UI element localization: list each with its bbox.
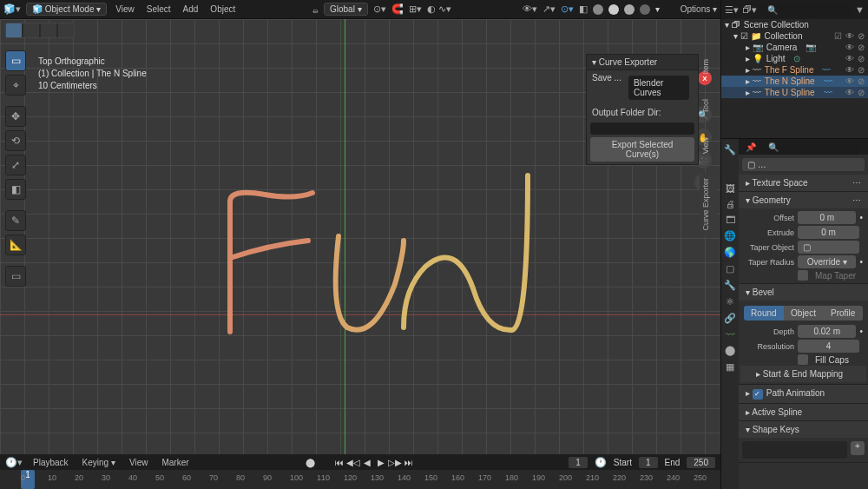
tool-select[interactable]: ▭	[5, 50, 26, 71]
play[interactable]: ▶	[375, 456, 387, 468]
outliner-type[interactable]: ☰▾	[725, 4, 739, 16]
tool-annotate[interactable]: ✎	[5, 210, 26, 231]
breadcrumb[interactable]: ▢ …	[742, 158, 865, 171]
save-field[interactable]: Blender Curves	[628, 76, 689, 100]
shading-mat[interactable]	[624, 4, 635, 15]
timeline-ruler[interactable]: 1 01020304050607080901001101201301401501…	[0, 470, 720, 489]
item-f-spline[interactable]: ▸ 〰The F Spline〰 👁⊘	[721, 64, 868, 76]
ntab-item[interactable]: Item	[700, 54, 717, 80]
item-camera[interactable]: ▸ 📷Camera📷 👁⊘	[721, 42, 868, 53]
menu-add[interactable]: Add	[180, 3, 202, 16]
pivot-icon[interactable]: ⊙▾	[373, 3, 386, 15]
outliner-filter[interactable]: ▼	[855, 4, 865, 15]
scene-collection[interactable]: ▾ 🗇Scene Collection	[721, 19, 868, 30]
ptab-render[interactable]: 🖼	[726, 183, 735, 194]
panel-path-anim[interactable]: ▸ Path Animation	[739, 385, 868, 403]
shading-render[interactable]	[640, 4, 650, 15]
field-offset[interactable]: 0 m	[798, 211, 856, 224]
tool-transform[interactable]: ◧	[5, 179, 26, 200]
props-search[interactable]: 🔍	[761, 141, 861, 154]
tool-scale[interactable]: ⤢	[5, 155, 26, 175]
ntab-tool[interactable]: Tool	[700, 94, 717, 119]
shading-solid[interactable]	[608, 4, 619, 15]
shading-wire[interactable]	[593, 4, 603, 15]
vis-gizmo[interactable]: 👁▾	[523, 3, 537, 15]
mode-select[interactable]: 🧊 Object Mode ▾	[26, 3, 107, 16]
field-resolution[interactable]: 4	[798, 340, 859, 353]
shading-drop[interactable]: ▾	[655, 4, 660, 14]
npanel-header[interactable]: ▾ Curve Exporter	[587, 55, 698, 70]
props-pin[interactable]: 📌	[746, 142, 756, 152]
gizmo-toggle[interactable]: ↗▾	[542, 3, 556, 15]
panel-shape-keys[interactable]: ▾ Shape Keys	[739, 421, 868, 438]
field-taper-radius[interactable]: Override ▾	[798, 255, 856, 268]
options-menu[interactable]: Options ▾	[677, 3, 720, 16]
tool-move[interactable]: ✥	[5, 106, 26, 127]
tool-measure[interactable]: 📐	[5, 235, 26, 255]
chk-map-taper[interactable]	[798, 270, 808, 281]
shape-key-add[interactable]: +	[851, 441, 865, 455]
ptab-world[interactable]: 🌎	[724, 247, 736, 258]
ptab-constraint[interactable]: 🔗	[724, 313, 736, 324]
ptab-material[interactable]: ⬤	[725, 345, 735, 356]
autokey[interactable]: ⬤	[304, 456, 316, 468]
menu-select[interactable]: Select	[143, 3, 174, 16]
overlay-toggle[interactable]: ⊙▾	[561, 3, 574, 15]
prop-edit[interactable]: ◐ ∿▾	[427, 3, 451, 15]
ptab-scene[interactable]: 🌐	[724, 230, 736, 241]
tl-playback[interactable]: Playback	[30, 456, 72, 469]
field-extrude[interactable]: 0 m	[798, 226, 859, 239]
snap-target[interactable]: ⊞▾	[409, 3, 422, 15]
tool-addcube[interactable]: ▭	[5, 266, 26, 287]
ptab-view[interactable]: 🗔	[726, 215, 735, 225]
shape-keys-list[interactable]	[742, 441, 847, 459]
jump-start[interactable]: ⏮	[333, 456, 345, 468]
ntab-curve-exporter[interactable]: Curve Exporter	[700, 173, 717, 236]
xray-toggle[interactable]: ◧	[579, 3, 588, 15]
field-taper-object[interactable]: ▢	[798, 241, 859, 254]
bevel-mode-tabs[interactable]: Round Object Profile	[744, 306, 863, 320]
tl-type[interactable]: 🕐▾	[5, 457, 23, 468]
panel-bevel[interactable]: ▾ Bevel	[739, 284, 868, 301]
outliner-mode[interactable]: 🗇▾	[742, 4, 757, 16]
ptab-texture[interactable]: ▦	[726, 361, 734, 373]
snap-toggle[interactable]: 🧲	[391, 3, 404, 15]
menu-object[interactable]: Object	[207, 3, 239, 16]
export-button[interactable]: Export Selected Curve(s)	[590, 137, 694, 162]
editor-type-icon[interactable]: 🧊▾	[3, 3, 21, 15]
tool-mode-tabs[interactable]	[5, 23, 75, 38]
current-frame[interactable]: 1	[569, 457, 588, 468]
folder-field[interactable]	[590, 122, 694, 135]
menu-view[interactable]: View	[112, 3, 138, 16]
panel-start-end[interactable]: ▸ Start & End Mapping	[740, 366, 866, 382]
ntab-view[interactable]: View	[700, 132, 717, 159]
play-rev[interactable]: ◀	[361, 456, 373, 468]
tool-cursor[interactable]: ⌖	[5, 75, 26, 96]
tl-view[interactable]: View	[126, 456, 152, 469]
ptab-physics[interactable]: ⚛	[726, 296, 734, 307]
orient-icon[interactable]: ⏛	[312, 4, 319, 15]
panel-active-spline[interactable]: ▸ Active Spline	[739, 404, 868, 420]
jump-end[interactable]: ⏭	[403, 456, 415, 468]
use-preview[interactable]: 🕐	[595, 457, 607, 468]
ptab-output[interactable]: 🖨	[726, 199, 735, 209]
tl-marker[interactable]: Marker	[158, 456, 192, 469]
start-frame[interactable]: 1	[639, 457, 658, 468]
panel-geometry[interactable]: ▾ Geometry⋯	[739, 192, 868, 208]
ptab-data[interactable]: 〰	[726, 329, 735, 340]
orient-select[interactable]: Global ▾	[324, 3, 368, 16]
item-light[interactable]: ▸ 💡Light⊙ 👁⊘	[721, 53, 868, 64]
tool-rotate[interactable]: ⟲	[5, 130, 26, 151]
ptab-modifier[interactable]: 🔧	[724, 280, 736, 291]
key-next[interactable]: ▷▶	[389, 456, 401, 468]
end-frame[interactable]: 250	[687, 457, 715, 468]
chk-fill-caps[interactable]	[798, 354, 808, 365]
tl-keying[interactable]: Keying ▾	[79, 456, 119, 469]
outliner-search[interactable]: 🔍	[760, 3, 852, 17]
ptab-tool[interactable]: 🔧	[724, 144, 736, 155]
collection[interactable]: ▾ ☑ 📁Collection ☑👁⊘	[721, 30, 868, 42]
item-u-spline[interactable]: ▸ 〰The U Spline〰 👁⊘	[721, 87, 868, 98]
key-prev[interactable]: ◀◁	[347, 456, 359, 468]
item-n-spline[interactable]: ▸ 〰The N Spline〰 👁⊘	[721, 76, 868, 87]
ptab-object[interactable]: ▢	[726, 263, 734, 274]
